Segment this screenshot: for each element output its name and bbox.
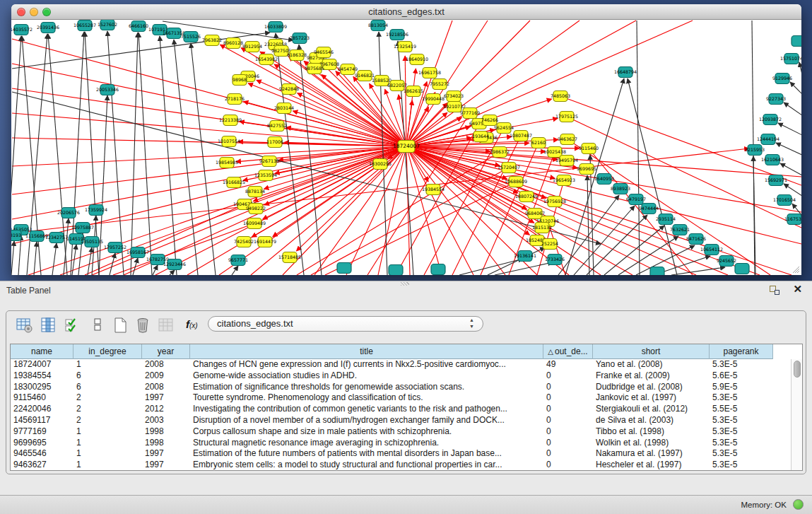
column-header-name[interactable]: name	[11, 344, 73, 359]
column-header-title[interactable]: title	[190, 344, 543, 359]
network-window-titlebar[interactable]: citations_edges.txt	[11, 4, 801, 20]
table-cell[interactable]: 6	[73, 382, 142, 393]
table-cell[interactable]: 18724007	[11, 359, 73, 370]
table-cell[interactable]: 5.3E-5	[710, 460, 773, 470]
table-cell[interactable]: Nakamura et al. (1997)	[593, 448, 710, 460]
new-column-icon[interactable]	[112, 317, 129, 334]
table-cell[interactable]: 1997	[142, 448, 190, 460]
table-cell[interactable]: 5.3E-5	[710, 426, 773, 438]
table-cell[interactable]: 0	[543, 370, 593, 382]
table-cell[interactable]: 1	[73, 448, 142, 460]
delete-trash-icon[interactable]	[135, 317, 152, 334]
table-cell[interactable]: Changes of HCN gene expression and I(f) …	[190, 359, 543, 370]
column-header-pagerank[interactable]: pagerank	[710, 344, 773, 359]
splitter-handle[interactable]	[401, 282, 409, 286]
table-cell[interactable]: Estimation of the future numbers of pati…	[190, 448, 543, 460]
table-cell[interactable]: de Silva et al. (2003)	[593, 415, 710, 426]
table-row[interactable]: 946362711997Embryonic stem cells: a mode…	[11, 460, 791, 470]
table-cell[interactable]: 2	[73, 415, 142, 426]
table-cell[interactable]: Investigating the contribution of common…	[190, 404, 543, 415]
table-cell[interactable]: 2012	[142, 404, 190, 415]
table-cell[interactable]: 22420046	[11, 404, 73, 415]
table-cell[interactable]: 2008	[142, 382, 190, 393]
table-cell[interactable]: 9115460	[11, 392, 73, 404]
table-cell[interactable]: 9699695	[11, 438, 73, 449]
network-window[interactable]: citations_edges.txt 18724007183002951938…	[11, 4, 801, 275]
table-row[interactable]: 1872400712008Changes of HCN gene express…	[11, 359, 791, 370]
graph-node-teal[interactable]	[650, 267, 664, 276]
column-header-outde[interactable]: △out_de...	[543, 344, 593, 359]
table-settings-icon[interactable]	[16, 317, 33, 334]
table-cell[interactable]: 1997	[142, 392, 190, 404]
table-cell[interactable]: 1	[73, 426, 142, 438]
table-cell[interactable]: 0	[543, 438, 593, 449]
table-cell[interactable]: 19384554	[11, 370, 73, 382]
table-cell[interactable]: Yano et al. (2008)	[593, 359, 710, 370]
table-cell[interactable]: 0	[543, 392, 593, 404]
table-cell[interactable]: Wolkin et al. (1998)	[593, 438, 710, 449]
column-header-year[interactable]: year	[142, 344, 190, 359]
network-graph-canvas[interactable]: 1872400718300295193845547963822896012889…	[11, 20, 801, 275]
table-row[interactable]: 911546021997Tourette syndrome. Phenomeno…	[11, 392, 791, 404]
table-cell[interactable]: Franke et al. (2009)	[593, 370, 710, 382]
table-row[interactable]: 1456911722003Disruption of a novel membe…	[11, 415, 791, 426]
table-cell[interactable]: Disruption of a novel member of a sodium…	[190, 415, 543, 426]
table-row[interactable]: 2242004622012Investigating the contribut…	[11, 404, 791, 415]
scrollbar-thumb[interactable]	[794, 361, 801, 378]
table-cell[interactable]: 2008	[142, 359, 190, 370]
table-cell[interactable]: 5.3E-5	[710, 392, 773, 404]
table-cell[interactable]: 2003	[142, 415, 190, 426]
show-columns-icon[interactable]	[40, 317, 57, 334]
table-cell[interactable]: Structural magnetic resonance image aver…	[190, 438, 543, 449]
window-resize-grip[interactable]	[792, 265, 800, 274]
table-cell[interactable]: Embryonic stem cells: a model to study s…	[190, 460, 543, 470]
select-rows-icon[interactable]	[64, 317, 81, 334]
table-cell[interactable]: 14569117	[11, 415, 73, 426]
table-cell[interactable]: Estimation of significance thresholds fo…	[190, 382, 543, 393]
table-cell[interactable]: 9777169	[11, 426, 73, 438]
table-cell[interactable]: 9465546	[11, 448, 73, 460]
table-row[interactable]: 969969511998Structural magnetic resonanc…	[11, 438, 791, 449]
table-cell[interactable]: 2	[73, 404, 142, 415]
table-cell[interactable]: 1997	[142, 460, 190, 470]
table-cell[interactable]: 1	[73, 359, 142, 370]
memory-status-icon[interactable]	[793, 499, 804, 510]
table-cell[interactable]: 49	[543, 359, 593, 370]
column-header-short[interactable]: short	[593, 344, 710, 359]
table-cell[interactable]: 1998	[142, 438, 190, 449]
table-cell[interactable]: 1998	[142, 426, 190, 438]
row-height-icon[interactable]	[90, 317, 107, 334]
graph-node-teal[interactable]	[431, 264, 445, 275]
table-row[interactable]: 946554611997Estimation of the future num…	[11, 448, 791, 460]
graph-node-teal[interactable]	[389, 265, 403, 276]
graph-node-teal[interactable]	[792, 36, 801, 47]
table-cell[interactable]: Corpus callosum shape and size in male p…	[190, 426, 543, 438]
table-cell[interactable]: Tibbo et al. (1998)	[593, 426, 710, 438]
table-cell[interactable]: 0	[543, 382, 593, 393]
table-cell[interactable]: Genome-wide association studies in ADHD.	[190, 370, 543, 382]
table-cell[interactable]: 0	[543, 404, 593, 415]
table-cell[interactable]: Hescheler et al. (1997)	[593, 460, 710, 470]
table-cell[interactable]: 1	[73, 438, 142, 449]
table-cell[interactable]: 2009	[142, 370, 190, 382]
table-cell[interactable]: Tourette syndrome. Phenomenology and cla…	[190, 392, 543, 404]
table-cell[interactable]: 0	[543, 460, 593, 470]
table-cell[interactable]: 5.3E-5	[710, 438, 773, 449]
table-row[interactable]: 1830029562008Estimation of significance …	[11, 382, 791, 393]
table-cell[interactable]: Stergiakouli et al. (2012)	[593, 404, 710, 415]
table-cell[interactable]: 1	[73, 460, 142, 470]
table-row[interactable]: 977716911998Corpus callosum shape and si…	[11, 426, 791, 438]
table-cell[interactable]: 0	[543, 426, 593, 438]
table-cell[interactable]: Dudbridge et al. (2008)	[593, 382, 710, 393]
function-icon[interactable]: f(x)	[186, 318, 203, 335]
table-cell[interactable]: 0	[543, 448, 593, 460]
table-cell[interactable]: 9463627	[11, 460, 73, 470]
table-cell[interactable]: 5.9E-5	[710, 382, 773, 393]
column-header-indegree[interactable]: in_degree	[73, 344, 142, 359]
table-cell[interactable]: 2	[73, 392, 142, 404]
table-cell[interactable]: 5.3E-5	[710, 359, 773, 370]
table-cell[interactable]: 5.6E-5	[710, 370, 773, 382]
table-cell[interactable]: 5.3E-5	[710, 415, 773, 426]
graph-node-teal[interactable]	[337, 263, 351, 274]
table-selector-dropdown[interactable]: citations_edges.txt ▲▼	[208, 316, 483, 332]
